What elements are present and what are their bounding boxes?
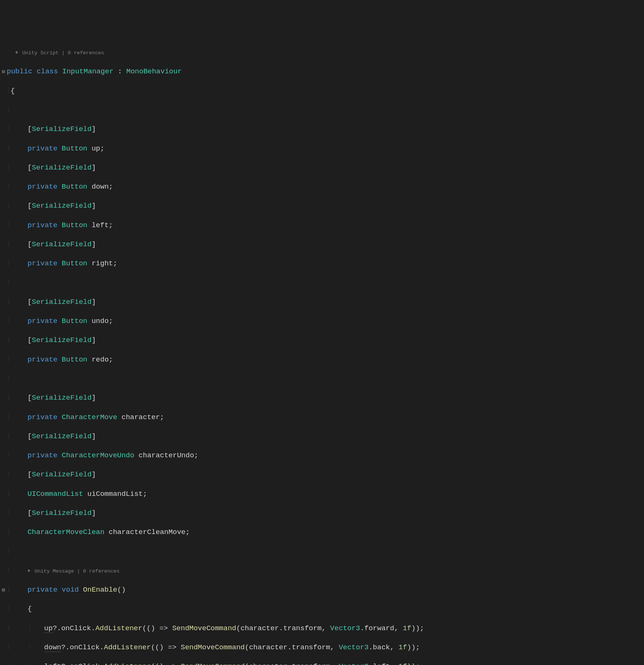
- code-line[interactable]: ⸽ private CharacterMoveUndo characterUnd…: [0, 451, 644, 461]
- code-line[interactable]: ⸽ [SerializeField]: [0, 509, 644, 518]
- code-line[interactable]: ⸽ ⸽ left?.onClick.AddListener(() => Send…: [0, 662, 644, 665]
- code-line[interactable]: ⸽: [0, 278, 644, 288]
- code-line[interactable]: ⸽ private Button down;: [0, 182, 644, 192]
- code-line[interactable]: ⸽: [0, 374, 644, 384]
- code-line[interactable]: ⸽ [SerializeField]: [0, 470, 644, 480]
- code-line[interactable]: ⸽ CharacterMoveClean characterCleanMove;: [0, 528, 644, 537]
- code-line[interactable]: ⸽ [SerializeField]: [0, 201, 644, 211]
- code-line[interactable]: ⸽ [SerializeField]: [0, 298, 644, 307]
- code-line[interactable]: ⸽ [SerializeField]: [0, 336, 644, 345]
- code-line[interactable]: ⸽ private Button undo;: [0, 317, 644, 326]
- code-line[interactable]: ⸽ [SerializeField]: [0, 393, 644, 403]
- code-line[interactable]: ⸽ private Button redo;: [0, 355, 644, 365]
- code-line[interactable]: ⸽ private Button right;: [0, 259, 644, 269]
- code-line[interactable]: ⸽ ⸽ down?.onClick.AddListener(() => Send…: [0, 643, 644, 653]
- code-line[interactable]: ⸽{: [0, 86, 644, 96]
- code-line[interactable]: ⸽ [SerializeField]: [0, 432, 644, 442]
- code-line[interactable]: ⸽: [0, 547, 644, 557]
- code-line[interactable]: ⊟public class InputManager : MonoBehavio…: [0, 67, 644, 77]
- code-line[interactable]: ⸽ private Button left;: [0, 221, 644, 231]
- code-line[interactable]: ⸽ [SerializeField]: [0, 125, 644, 134]
- code-line[interactable]: ⸽ [SerializeField]: [0, 163, 644, 173]
- code-line[interactable]: ⸽ ⸽ up?.onClick.AddListener(() => SendMo…: [0, 624, 644, 634]
- code-line[interactable]: ⸽ {: [0, 604, 644, 614]
- code-line[interactable]: ⸽ UICommandList uiCommandList;: [0, 489, 644, 499]
- code-editor[interactable]: ◈ Unity Script | 0 references ⊟public cl…: [0, 39, 644, 665]
- code-line[interactable]: ⊟⸽ private void OnEnable(): [0, 585, 644, 595]
- codelens-class: ◈ Unity Script | 0 references: [0, 48, 644, 58]
- code-line[interactable]: ⸽ private CharacterMove character;: [0, 413, 644, 423]
- codelens-onenable: ⸽ ◈ Unity Message | 0 references: [0, 566, 644, 576]
- code-line[interactable]: ⸽ private Button up;: [0, 144, 644, 154]
- code-line[interactable]: ⸽: [0, 106, 644, 115]
- code-line[interactable]: ⸽ [SerializeField]: [0, 240, 644, 250]
